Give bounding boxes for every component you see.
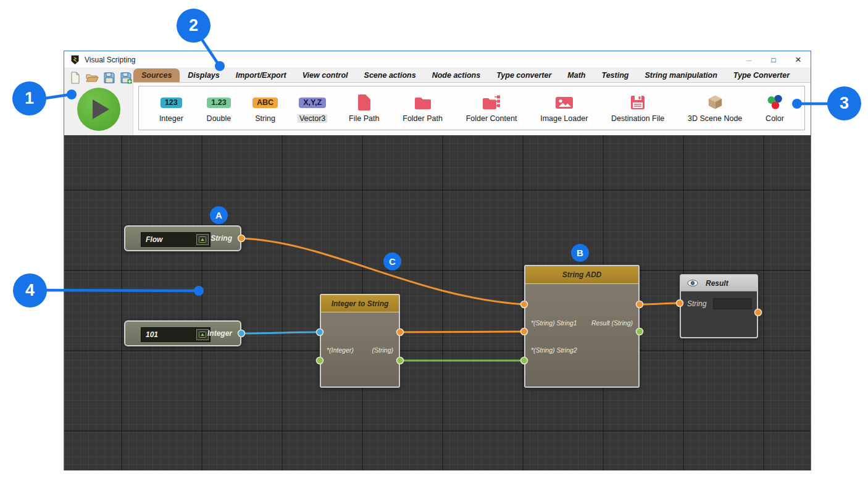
play-icon (93, 99, 109, 119)
output-port-label: Result (String) (591, 319, 633, 327)
palette-item-vector3[interactable]: X,Y,Z Vector3 (298, 93, 327, 123)
maximize-button[interactable]: □ (761, 51, 786, 68)
callout-badge-2: 2 (177, 9, 211, 43)
destination-file-icon (630, 94, 646, 111)
callout-badge-b: B (571, 244, 589, 262)
tab-view-control[interactable]: View control (294, 69, 356, 82)
tab-node-actions[interactable]: Node actions (424, 69, 489, 82)
palette-item-label: 3D Scene Node (686, 114, 744, 123)
close-button[interactable]: × (786, 51, 811, 68)
tab-testing[interactable]: Testing (593, 69, 636, 82)
callout-badge-c: C (383, 253, 401, 270)
palette-item-label: Destination File (609, 114, 666, 123)
open-file-button[interactable] (85, 70, 99, 85)
folder-path-icon (414, 95, 432, 110)
integer-to-string-node[interactable]: Integer to String *(Integer) (String) (320, 294, 400, 388)
tab-type-converter-2[interactable]: Type Converter (725, 69, 798, 82)
palette-item-label: Folder Path (401, 114, 444, 123)
vector3-badge-icon: X,Y,Z (299, 98, 326, 108)
callout-badge-3: 3 (827, 86, 861, 120)
minimize-button[interactable]: – (737, 51, 761, 68)
palette-item-color[interactable]: Color (764, 93, 786, 123)
image-loader-icon (555, 96, 574, 109)
callout-badge-1: 1 (12, 81, 46, 115)
save-as-button[interactable] (119, 70, 133, 85)
category-tabs: Sources Displays Import/Export View cont… (133, 69, 811, 83)
editor-icon (199, 236, 206, 243)
input-port-label: *(String) String2 (531, 346, 577, 354)
string-value-input[interactable] (141, 235, 196, 244)
open-folder-icon (86, 72, 99, 84)
color-icon (766, 94, 783, 111)
palette-item-label: Integer (157, 114, 185, 123)
palette-item-label: File Path (347, 114, 381, 123)
result-value-display (713, 298, 752, 309)
expand-editor-button[interactable] (196, 234, 209, 245)
palette-item-label: Folder Content (464, 114, 519, 123)
tab-import-export[interactable]: Import/Export (228, 69, 294, 82)
topbar: Sources Displays Import/Export View cont… (64, 69, 811, 135)
double-badge-icon: 1.23 (207, 98, 230, 108)
node-title: Result (706, 279, 728, 288)
palette-item-image-loader[interactable]: Image Loader (538, 93, 590, 123)
palette-item-label: Image Loader (538, 114, 590, 123)
save-button[interactable] (102, 70, 116, 85)
input-port-label: String (687, 299, 706, 308)
integer-source-node[interactable]: Integer (124, 320, 241, 346)
node-title: String ADD (525, 266, 638, 284)
window-title: Visual Scripting (85, 56, 136, 64)
input-port-label: *(Integer) (327, 346, 354, 354)
output-port-label: Integer (207, 322, 232, 345)
palette-item-double[interactable]: 1.23 Double (205, 93, 233, 123)
eye-icon (687, 280, 698, 286)
wire-integer-to-converter[interactable] (241, 332, 320, 333)
titlebar: Visual Scripting – □ × (64, 51, 811, 69)
palette-item-3d-scene-node[interactable]: 3D Scene Node (686, 93, 744, 123)
tab-displays[interactable]: Displays (180, 69, 227, 82)
palette-item-label: Vector3 (298, 114, 327, 123)
wire-result-to-display[interactable] (640, 303, 680, 304)
output-port-label: String (211, 227, 232, 250)
output-port-label: (String) (372, 346, 393, 354)
file-toolbar (64, 69, 133, 135)
save-icon (103, 72, 115, 84)
callout-badge-4: 4 (13, 274, 47, 307)
string-badge-icon: ABC (252, 98, 278, 108)
tab-sources[interactable]: Sources (133, 69, 180, 82)
folder-content-icon (482, 94, 501, 111)
palette-item-destination-file[interactable]: Destination File (609, 93, 666, 123)
string-source-node[interactable]: String (124, 225, 241, 251)
callout-badge-a: A (210, 206, 228, 224)
visual-scripting-window: Visual Scripting – □ × (64, 51, 811, 470)
save-as-icon (120, 72, 132, 84)
integer-value-input[interactable] (141, 330, 196, 339)
string-add-node[interactable]: String ADD *(String) String1 Result (Str… (524, 265, 640, 388)
input-port-label: *(String) String1 (531, 319, 577, 327)
file-path-icon (357, 94, 372, 111)
result-display-node[interactable]: Result String (680, 274, 758, 338)
node-palette: 123 Integer 1.23 Double ABC String X,Y,Z… (133, 83, 811, 135)
editor-icon (199, 332, 206, 338)
palette-item-string[interactable]: ABC String (252, 93, 278, 123)
new-file-button[interactable] (69, 70, 82, 85)
palette-item-file-path[interactable]: File Path (347, 93, 381, 123)
tab-math[interactable]: Math (559, 69, 593, 82)
tab-scene-actions[interactable]: Scene actions (356, 69, 424, 82)
palette-item-integer[interactable]: 123 Integer (157, 93, 185, 123)
integer-value-field-wrap (141, 327, 211, 342)
node-title: Integer to String (321, 295, 399, 312)
palette-item-label: Double (205, 114, 233, 123)
palette-item-folder-path[interactable]: Folder Path (401, 93, 444, 123)
palette-item-label: Color (764, 114, 786, 123)
string-value-field-wrap (141, 232, 211, 247)
palette-item-folder-content[interactable]: Folder Content (464, 93, 519, 123)
tab-string-manipulation[interactable]: String manipulation (636, 69, 725, 82)
wire-converter-to-string2[interactable] (400, 332, 524, 332)
integer-badge-icon: 123 (161, 98, 182, 108)
palette-item-label: String (253, 114, 277, 123)
run-script-button[interactable] (77, 88, 120, 131)
app-logo-icon (70, 54, 80, 65)
tab-type-converter[interactable]: Type converter (488, 69, 559, 82)
node-graph-canvas[interactable]: String Integer Integer to String *(Integ… (64, 135, 811, 470)
new-file-icon (69, 72, 81, 84)
